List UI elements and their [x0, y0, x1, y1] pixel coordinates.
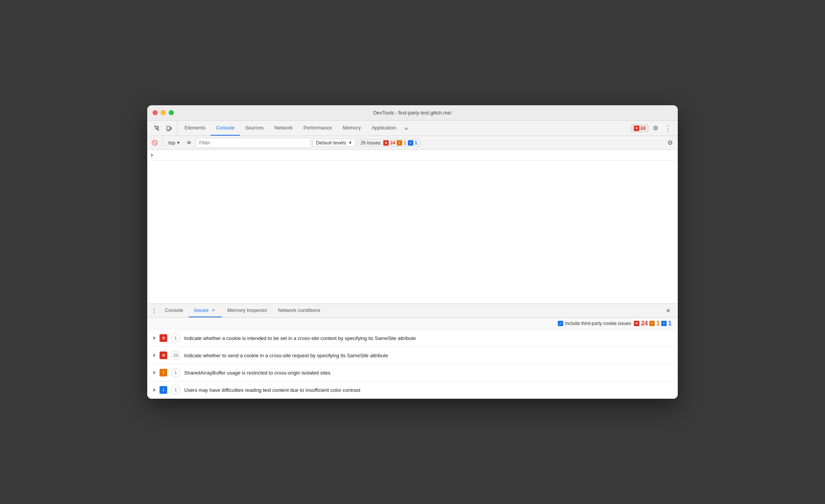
issue-text: Users may have difficulties reading text… [184, 387, 672, 393]
context-selector[interactable]: top ▼ [166, 139, 183, 146]
issue-count-badge: 1 [171, 368, 180, 377]
issue-row[interactable]: i 1 Users may have difficulties reading … [147, 381, 678, 399]
separator-1 [163, 139, 163, 147]
issues-count-summary: ✕ 24 ! 1 i 1 [634, 320, 672, 327]
issue-count-badge: 1 [171, 333, 180, 343]
svg-rect-1 [170, 128, 171, 129]
tab-network[interactable]: Network [269, 121, 298, 136]
inspect-element-button[interactable] [151, 123, 163, 134]
tab-application[interactable]: Application [366, 121, 402, 136]
levels-select[interactable]: Default levels ▼ [313, 139, 356, 147]
severity-badge-error: ✕ [160, 351, 167, 359]
bottom-tab-memory-inspector[interactable]: Memory Inspector [222, 304, 273, 317]
minimize-button[interactable] [161, 110, 166, 115]
console-settings-button[interactable]: ⚙ [665, 138, 675, 148]
summary-info-icon: i [661, 321, 667, 326]
summary-error-icon: ✕ [634, 321, 639, 326]
issues-filter-bar: ✓ Include third-party cookie issues ✕ 24… [147, 318, 678, 330]
issue-row[interactable]: ! 1 SharedArrayBuffer usage is restricte… [147, 364, 678, 381]
issue-text: SharedArrayBuffer usage is restricted to… [184, 370, 672, 376]
tab-performance[interactable]: Performance [298, 121, 337, 136]
eye-button[interactable]: 👁 [184, 138, 194, 148]
issues-badge-button[interactable]: ✕ 24 [631, 124, 649, 132]
filter-input[interactable] [196, 138, 311, 148]
issue-count-badge: 1 [171, 385, 180, 395]
third-party-checkbox-label[interactable]: ✓ Include third-party cookie issues [558, 321, 631, 326]
severity-badge-info: i [160, 386, 167, 394]
warn-badge-icon: ! [397, 140, 402, 146]
window-title: DevTools - first-party-test.glitch.me/ [373, 110, 452, 116]
bottom-tab-network-conditions[interactable]: Network conditions [273, 304, 326, 317]
tab-elements[interactable]: Elements [179, 121, 211, 136]
bottom-tab-more-button[interactable]: ⋮ [149, 304, 160, 317]
close-button[interactable] [153, 110, 158, 115]
chevron-down-icon: ▼ [176, 141, 180, 145]
console-toolbar: 🚫 top ▼ 👁 Default levels ▼ 26 Issues: ✕ … [147, 136, 678, 150]
bottom-panel-right: ✕ [663, 304, 676, 317]
chevron-down-icon: ▼ [348, 141, 352, 145]
title-bar: DevTools - first-party-test.glitch.me/ [147, 105, 678, 121]
issue-expand-arrow[interactable] [153, 388, 156, 392]
issues-list: ✕ 1 Indicate whether a cookie is intende… [147, 330, 678, 399]
expand-arrow[interactable] [151, 153, 153, 157]
device-toolbar-button[interactable] [163, 123, 175, 134]
toolbar-right-actions: ✕ 24 ⚙ ⋮ [628, 121, 676, 136]
settings-button[interactable]: ⚙ [650, 123, 661, 134]
bottom-tab-console[interactable]: Console [160, 304, 189, 317]
issue-row[interactable]: ✕ 1 Indicate whether a cookie is intende… [147, 330, 678, 347]
issues-tab-close[interactable]: ✕ [210, 307, 216, 313]
bottom-tab-issues[interactable]: Issues ✕ [189, 304, 222, 317]
tab-sources[interactable]: Sources [240, 121, 269, 136]
third-party-checkbox[interactable]: ✓ [558, 321, 563, 326]
issue-expand-arrow[interactable] [153, 336, 156, 340]
maximize-button[interactable] [169, 110, 174, 115]
error-badge-icon: ✕ [383, 140, 389, 146]
severity-badge-error: ✕ [160, 334, 167, 342]
close-panel-button[interactable]: ✕ [663, 306, 673, 316]
tab-console[interactable]: Console [211, 121, 240, 136]
console-content-area [147, 150, 678, 303]
more-options-button[interactable]: ⋮ [662, 123, 673, 134]
toolbar-icon-group [149, 121, 178, 136]
more-tabs-button[interactable]: » [401, 121, 411, 136]
bottom-panel: ⋮ Console Issues ✕ Memory Inspector Netw… [147, 303, 678, 399]
issue-expand-arrow[interactable] [153, 371, 156, 375]
traffic-lights [153, 110, 174, 115]
error-icon: ✕ [634, 126, 639, 131]
clear-console-button[interactable]: 🚫 [150, 138, 160, 148]
issue-count-badge: 23 [171, 351, 180, 360]
main-tabs: Elements Console Sources Network Perform… [179, 121, 628, 136]
console-issues-count[interactable]: 26 Issues: ✕ 24 ! 1 i 1 [357, 139, 421, 147]
devtools-toolbar: Elements Console Sources Network Perform… [147, 121, 678, 136]
bottom-tabs-bar: ⋮ Console Issues ✕ Memory Inspector Netw… [147, 304, 678, 318]
info-badge-icon: i [408, 140, 413, 146]
summary-warn-icon: ! [649, 321, 655, 326]
console-expand-row [147, 150, 678, 161]
devtools-window: DevTools - first-party-test.glitch.me/ E… [147, 105, 678, 399]
issue-expand-arrow[interactable] [153, 353, 156, 357]
issue-row[interactable]: ✕ 23 Indicate whether to send a cookie i… [147, 347, 678, 364]
issue-text: Indicate whether a cookie is intended to… [184, 335, 672, 341]
severity-badge-warn: ! [160, 369, 167, 376]
issue-text: Indicate whether to send a cookie in a c… [184, 353, 672, 358]
tab-memory[interactable]: Memory [338, 121, 366, 136]
